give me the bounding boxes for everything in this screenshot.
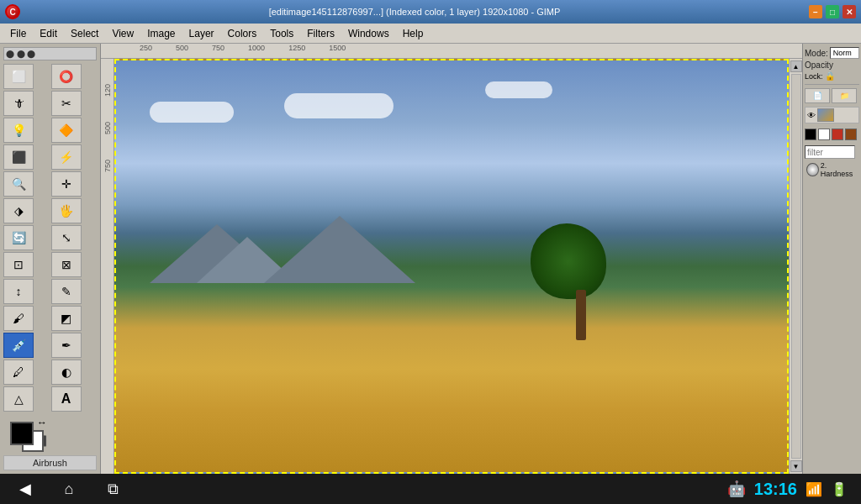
window-title: [editimage145112876997...] (Indexed colo… [20, 7, 809, 17]
scissors-tool[interactable]: ✂ [51, 91, 82, 116]
statusbar: ◀ ⌂ ⧉ 🤖 13:16 📶 🔋 [0, 474, 861, 504]
ruler-mark-750: 750 [188, 44, 224, 52]
menu-layer[interactable]: Layer [182, 26, 221, 41]
vertical-scrollbar[interactable]: ▲ ▼ [789, 59, 802, 474]
layer-group-button[interactable]: 📁 [832, 88, 857, 103]
lock-icon[interactable]: 🔒 [825, 71, 835, 81]
back-button[interactable]: ◀ [13, 477, 37, 501]
wifi-icon: 📶 [806, 481, 822, 497]
menu-help[interactable]: Help [396, 26, 430, 41]
hardness-label: 2. Hardness [821, 161, 858, 178]
paintbrush-tool[interactable]: 🖌 [3, 306, 34, 331]
swatch-white[interactable] [818, 129, 830, 140]
toolbox: ⬤ ⬤ ⬤ ⬜ ⭕ 🗡 ✂ 💡 🔶 ⬛ ⚡ 🔍 ✛ ⬗ 🖐 🔄 ⤡ ⊡ [0, 44, 101, 474]
lock-row: Lock: 🔒 [805, 71, 859, 81]
rotate-tool[interactable]: 🔄 [3, 225, 34, 250]
ruler-mark-1500: 1500 [305, 44, 346, 52]
eraser-tool[interactable]: ◩ [51, 306, 82, 331]
foreground-select-tool[interactable]: ⬛ [3, 144, 34, 170]
menu-image[interactable]: Image [140, 26, 182, 41]
text-tool[interactable]: A [51, 386, 82, 412]
scroll-up-arrow[interactable]: ▲ [790, 60, 802, 72]
free-select-tool[interactable]: 🗡 [3, 91, 34, 116]
airbrush-tool[interactable]: 💉 [3, 333, 34, 358]
dodge-burn-tool[interactable]: △ [3, 386, 34, 412]
perspective-tool[interactable]: ⊠ [51, 252, 82, 277]
rect-select-tool[interactable]: ⬜ [3, 64, 34, 89]
ruler-mark-500: 500 [152, 44, 188, 52]
close-button[interactable]: ✕ [843, 5, 856, 18]
filter-area [805, 145, 859, 159]
hardness-item: 2. Hardness [805, 160, 859, 179]
android-nav: ◀ ⌂ ⧉ [13, 477, 124, 501]
maximize-button[interactable]: □ [826, 5, 839, 18]
window-controls: − □ ✕ [809, 5, 856, 18]
canvas-image-area[interactable] [114, 59, 789, 474]
transform-tool[interactable]: ⚡ [51, 144, 82, 170]
lock-label: Lock: [805, 72, 823, 81]
mode-value: Norm [830, 47, 859, 59]
move-tool[interactable]: ✛ [51, 171, 82, 197]
scroll-down-arrow[interactable]: ▼ [790, 460, 802, 472]
tree-foliage [531, 223, 606, 299]
ruler-mark-v-750: 750 [103, 160, 112, 172]
foreground-color[interactable] [10, 422, 34, 445]
new-layer-button[interactable]: 📄 [805, 88, 830, 103]
titlebar: C [editimage145112876997...] (Indexed co… [0, 0, 861, 24]
fuzzy-select-tool[interactable]: 💡 [3, 118, 34, 143]
hardness-preview [806, 163, 819, 176]
swatch-black[interactable] [805, 129, 816, 140]
heal-tool[interactable]: ◐ [51, 360, 82, 385]
ellipse-select-tool[interactable]: ⭕ [51, 64, 82, 89]
shear-tool[interactable]: ⊡ [3, 252, 34, 277]
crop-tool[interactable]: 🖐 [51, 198, 82, 223]
color-swatches [805, 129, 859, 140]
pencil-tool[interactable]: ✎ [51, 279, 82, 304]
menu-filters[interactable]: Filters [300, 26, 341, 41]
active-tool-label: Airbrush [3, 455, 97, 470]
color-area: ↔ ⬛ [7, 415, 49, 449]
ruler-mark-1250: 1250 [265, 44, 305, 52]
status-right: 🤖 13:16 📶 🔋 [727, 480, 848, 499]
menu-edit[interactable]: Edit [33, 26, 64, 41]
menu-file[interactable]: File [3, 26, 33, 41]
swap-colors-icon[interactable]: ↔ [37, 417, 47, 428]
canvas-image [114, 59, 789, 474]
menu-view[interactable]: View [105, 26, 140, 41]
by-color-tool[interactable]: 🔶 [51, 118, 82, 143]
toolbox-header: ⬤ ⬤ ⬤ [3, 47, 97, 60]
mountain-3 [264, 216, 415, 283]
layer-row[interactable]: 👁 [805, 107, 859, 123]
layer-thumbnail [817, 108, 834, 122]
swatch-brown[interactable] [845, 129, 857, 140]
menu-windows[interactable]: Windows [341, 26, 396, 41]
clock: 13:16 [754, 480, 797, 499]
apps-button[interactable]: ⧉ [101, 477, 124, 501]
menu-colors[interactable]: Colors [221, 26, 264, 41]
ruler-horizontal: 250 500 750 1000 1250 1500 [101, 44, 802, 59]
ink-tool[interactable]: ✒ [51, 333, 82, 358]
ruler-mark-v-500: 500 [103, 122, 112, 134]
ruler-mark-1000: 1000 [224, 44, 265, 52]
minimize-button[interactable]: − [809, 5, 822, 18]
zoom-tool[interactable]: 🔍 [3, 171, 34, 197]
clone-tool[interactable]: 🖊 [3, 360, 34, 385]
mode-area: Mode: Norm Opacity Lock: 🔒 [805, 47, 859, 85]
android-icon: 🤖 [727, 480, 746, 498]
layer-buttons: 📄 📁 [805, 88, 859, 103]
menu-select[interactable]: Select [64, 26, 105, 41]
filter-input[interactable] [805, 145, 855, 159]
layer-visibility-icon[interactable]: 👁 [807, 111, 816, 120]
flip-tool[interactable]: ↕ [3, 279, 34, 304]
swatch-dark-red[interactable] [832, 129, 843, 140]
main-layout: ⬤ ⬤ ⬤ ⬜ ⭕ 🗡 ✂ 💡 🔶 ⬛ ⚡ 🔍 ✛ ⬗ 🖐 🔄 ⤡ ⊡ [0, 44, 861, 474]
scale-tool[interactable]: ⤡ [51, 225, 82, 250]
opacity-row: Opacity [805, 60, 859, 70]
home-button[interactable]: ⌂ [57, 477, 81, 501]
align-tool[interactable]: ⬗ [3, 198, 34, 223]
canvas-container: 250 500 750 1000 1250 1500 120 500 750 [101, 44, 802, 474]
cloud-3 [485, 81, 552, 98]
mode-row: Mode: Norm [805, 47, 859, 59]
menu-tools[interactable]: Tools [263, 26, 300, 41]
cloud-1 [150, 102, 234, 123]
